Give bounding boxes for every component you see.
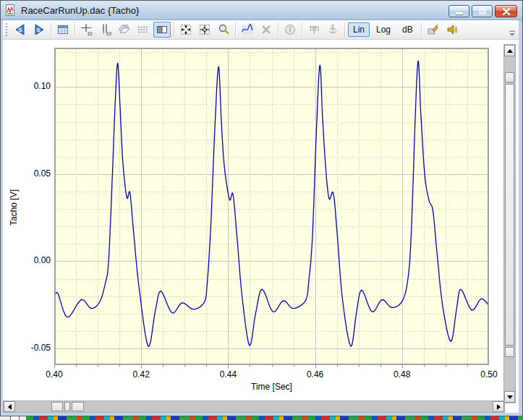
compress-arrows-icon: [198, 23, 211, 36]
plot-client-area: Tacho [V] 0.100.050.00-0.05 0.400.420.44…: [3, 40, 519, 413]
x-tick-label: 0.46: [301, 369, 330, 380]
vertical-zoom-scrollbar[interactable]: [503, 44, 516, 403]
background-window-fragment: [10, 416, 20, 420]
scroll-right-button[interactable]: [493, 401, 504, 412]
background-window-sliver: [0, 416, 523, 420]
speaker-icon: [446, 23, 459, 36]
x-cursor-button[interactable]: 10: [78, 22, 95, 38]
x-cursor-crosshair-icon: 10: [80, 23, 93, 36]
toolbar-grip[interactable]: [5, 23, 9, 36]
svg-text:10: 10: [87, 31, 93, 36]
close-icon: [502, 8, 511, 15]
next-screen-icon: S: [33, 23, 46, 36]
wave-select-icon: [241, 23, 254, 36]
close-button[interactable]: [495, 5, 517, 17]
screen: RaceCarRunUp.dac {Tacho}: [0, 0, 523, 420]
dats-signal-window: RaceCarRunUp.dac {Tacho}: [0, 0, 523, 416]
stacked-pages-icon: [118, 23, 131, 36]
scroll-down-button[interactable]: [504, 391, 515, 403]
y-cursor-button[interactable]: 10: [97, 22, 114, 38]
minimize-icon: [456, 12, 463, 14]
next-screen-button[interactable]: S: [30, 22, 48, 38]
anchor-cursor-icon: [326, 23, 339, 36]
h-thumb-left-handle[interactable]: [51, 402, 63, 411]
grid-setup-button[interactable]: [54, 22, 72, 38]
y-tick-label: 0.00: [20, 255, 51, 265]
scroll-left-button[interactable]: [4, 401, 15, 412]
up-arrow-icon: [507, 49, 513, 53]
svg-text:S: S: [36, 27, 41, 33]
audio-replay-button[interactable]: [443, 22, 461, 38]
prev-screen-icon: S: [14, 23, 27, 36]
toolbar-separator: [235, 22, 236, 37]
window-title: RaceCarRunUp.dac {Tacho}: [21, 5, 139, 16]
v-thumb[interactable]: [505, 84, 514, 346]
restore-button[interactable]: [472, 5, 493, 17]
compress-region-button[interactable]: [196, 22, 213, 38]
toolbar-separator: [174, 22, 174, 37]
split-panes-button[interactable]: [153, 22, 171, 38]
right-arrow-icon: [497, 404, 501, 410]
disabled-cross-icon: [260, 23, 273, 36]
magnifier-icon: [217, 23, 230, 36]
x-axis-tick-marks: [54, 365, 489, 369]
expand-arrows-icon: [179, 23, 192, 36]
x-tick-label: 0.42: [127, 369, 156, 380]
x-tick-label: 0.50: [475, 369, 503, 380]
y-tick-label: 0.10: [20, 81, 51, 91]
svg-text:S: S: [18, 27, 22, 33]
spectrogram-sliver: [26, 416, 523, 420]
toolbar-separator: [302, 22, 302, 37]
toolbar-separator: [75, 22, 75, 37]
comb-cursor-icon: [307, 23, 320, 36]
scale-db-button[interactable]: dB: [397, 22, 418, 37]
v-thumb-bottom-handle[interactable]: [505, 347, 514, 357]
scale-log-button[interactable]: Log: [371, 22, 396, 37]
hand-export-icon: [427, 23, 440, 36]
prev-screen-button[interactable]: S: [12, 22, 29, 38]
scale-lin-button[interactable]: Lin: [348, 22, 370, 37]
expand-region-button[interactable]: [177, 22, 195, 38]
app-icon[interactable]: [5, 4, 17, 16]
y-axis-title: Tacho [V]: [9, 164, 20, 251]
info-icon: [284, 23, 297, 36]
y-tick-label: -0.05: [20, 343, 51, 353]
titlebar[interactable]: RaceCarRunUp.dac {Tacho}: [1, 1, 522, 20]
toolbar-overflow-button[interactable]: [508, 28, 516, 37]
info-button[interactable]: [281, 22, 299, 38]
plot-area[interactable]: [54, 48, 489, 365]
v-thumb-top-handle[interactable]: [505, 72, 514, 82]
grid-icon: [56, 23, 69, 36]
zoom-button[interactable]: [215, 22, 232, 38]
clear-selection-button[interactable]: [258, 22, 275, 38]
overflow-chevron-icon: [508, 30, 516, 38]
x-tick-label: 0.40: [40, 369, 69, 380]
split-panes-icon: [156, 23, 169, 36]
minimize-button[interactable]: [448, 5, 469, 17]
send-to-button[interactable]: [425, 22, 442, 38]
scroll-up-button[interactable]: [504, 45, 515, 56]
toolbar: S S 10: [3, 20, 519, 40]
x-tick-label: 0.44: [213, 369, 242, 380]
toolbar-separator: [51, 22, 51, 37]
restore-icon: [478, 7, 487, 15]
y-cursor-bars-icon: 10: [99, 23, 112, 36]
h-thumb-right-handle[interactable]: [72, 402, 84, 411]
x-axis-title: Time [Sec]: [54, 382, 489, 392]
toolbar-separator: [278, 22, 278, 37]
h-thumb[interactable]: [64, 402, 70, 411]
window-controls: [446, 5, 517, 17]
harmonic-cursor-button[interactable]: [305, 22, 323, 38]
anchor-cursor-button[interactable]: [324, 22, 341, 38]
wave-select-button[interactable]: [239, 22, 256, 38]
toolbar-separator: [344, 22, 345, 37]
left-arrow-icon: [8, 404, 12, 410]
reference-lines-button[interactable]: [135, 22, 152, 38]
x-tick-label: 0.48: [388, 369, 417, 380]
svg-text:10: 10: [106, 31, 112, 36]
overlay-stack-button[interactable]: [116, 22, 133, 38]
down-arrow-icon: [507, 395, 513, 399]
dashed-lines-icon: [137, 23, 150, 36]
y-tick-label: 0.05: [20, 168, 51, 179]
horizontal-zoom-scrollbar[interactable]: [3, 400, 505, 413]
